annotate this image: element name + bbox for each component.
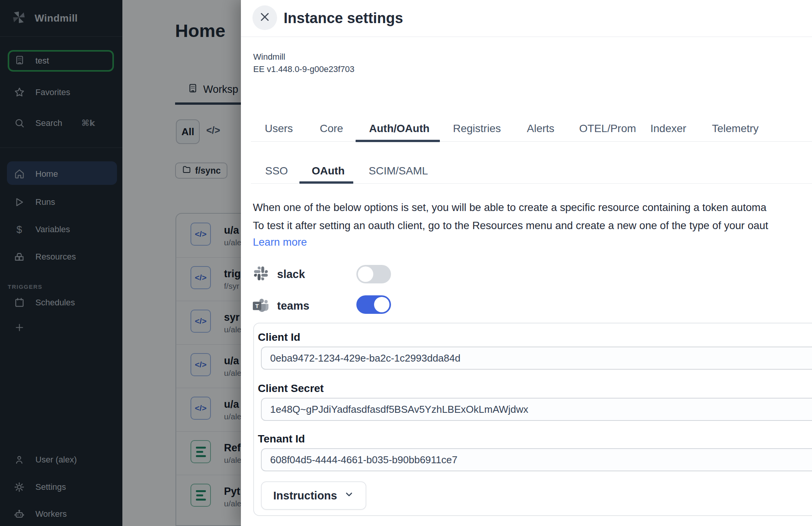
tab-core[interactable]: Core [320,122,343,135]
client-id-input[interactable] [261,347,812,370]
learn-more-link[interactable]: Learn more [253,236,307,248]
teams-icon: T [252,297,269,314]
tab-registries[interactable]: Registries [453,122,501,135]
teams-toggle[interactable] [356,295,391,314]
client-secret-label: Client Secret [258,382,324,395]
svg-text:T: T [256,303,259,309]
close-button[interactable] [252,5,277,30]
subtab-scim-saml[interactable]: SCIM/SAML [369,165,428,177]
description-line-2: To test it after setting an oauth client… [253,216,812,235]
slack-icon [254,266,268,282]
drawer-header-divider [241,37,812,37]
chevron-down-icon [344,489,354,502]
oauth-description: When one of the below options is set, yo… [253,198,812,235]
tab-alerts[interactable]: Alerts [527,122,555,135]
subtab-sso[interactable]: SSO [265,165,288,177]
teams-oauth-form: Client Id Client Secret Tenant Id Instru… [253,323,812,516]
active-tab-underline [356,140,440,142]
app-name: Windmill [253,51,354,63]
provider-name: slack [277,268,305,281]
provider-row-teams: T teams [252,297,309,314]
instance-settings-drawer: Instance settings Windmill EE v1.448.0-9… [241,0,812,526]
active-subtab-underline [299,181,353,184]
windmill-app: Windmill test Favorites Search ⌘k [0,0,812,526]
drawer-backdrop[interactable] [0,0,241,526]
tenant-id-label: Tenant Id [258,433,305,445]
description-line-1: When one of the below options is set, yo… [253,198,812,216]
provider-row-slack: slack [254,266,305,282]
instructions-button[interactable]: Instructions [261,481,366,510]
tenant-id-input[interactable] [261,448,812,471]
close-icon [259,11,271,24]
version-block: Windmill EE v1.448.0-9-g00e23f703 [253,51,354,75]
client-id-label: Client Id [258,331,300,343]
tab-telemetry[interactable]: Telemetry [712,122,759,135]
client-secret-input[interactable] [261,398,812,421]
tab-otel-prom[interactable]: OTEL/Prom [579,122,636,135]
instructions-label: Instructions [273,489,337,502]
drawer-title: Instance settings [284,10,403,27]
version-string: EE v1.448.0-9-g00e23f703 [253,63,354,75]
tab-users[interactable]: Users [265,122,293,135]
subtab-oauth[interactable]: OAuth [312,165,345,177]
provider-name: teams [277,300,309,312]
tab-indexer[interactable]: Indexer [650,122,686,135]
tabs-border [251,141,812,142]
settings-tabs: Users Core Auth/OAuth Registries Alerts … [241,122,812,142]
tab-auth-oauth[interactable]: Auth/OAuth [369,122,429,135]
slack-toggle[interactable] [356,265,391,283]
